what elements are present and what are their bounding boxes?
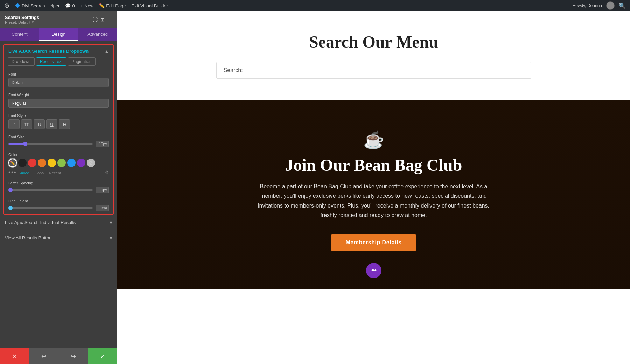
color-swatch-yellow[interactable] [48,159,56,167]
font-size-track[interactable] [8,143,93,145]
section-individual-results[interactable]: Live Ajax Search Individual Results ▾ [0,215,117,230]
font-size-value[interactable]: 16px [96,141,109,147]
admin-avatar [606,1,615,10]
sub-tabs: Dropdown Results Text Pagination [4,57,113,69]
color-swatch-light[interactable]: ⊘ [87,159,95,167]
letter-spacing-label: Letter Spacing [8,181,109,185]
section-header[interactable]: Live AJAX Search Results Dropdown ▲ [4,45,113,57]
hero-section: ☕ Join Our Bean Bag Club Become a part o… [117,100,630,289]
wp-admin-bar: ⊕ 🔷 Divi Search Helper 💬 0 + New ✏️ Edit… [0,0,630,11]
font-size-thumb[interactable] [23,142,27,146]
font-weight-setting: Font Weight Regular [4,90,113,111]
line-height-thumb[interactable] [8,206,13,210]
wp-logo-icon[interactable]: ⊕ [4,2,9,9]
section-title: Live AJAX Search Results Dropdown [8,49,89,54]
white-section: Search Our Menu Search: [117,11,630,100]
font-weight-label: Font Weight [8,93,109,97]
sub-tab-dropdown[interactable]: Dropdown [8,57,35,66]
panel-title: Search Settings [5,15,39,20]
font-select[interactable]: Default [8,78,109,87]
line-height-label: Line Height [8,199,109,203]
font-style-underline[interactable]: U [46,119,57,129]
color-tab-settings-icon[interactable]: ⚙ [105,170,109,175]
letter-spacing-slider-row: 0px [8,187,109,193]
highlighted-section: Live AJAX Search Results Dropdown ▲ Drop… [4,44,114,215]
color-pen-swatch[interactable]: ✏️ [8,159,17,167]
font-label: Font [8,72,109,76]
font-style-italic[interactable]: I [8,119,20,129]
color-swatch-blue[interactable] [67,159,76,167]
cancel-button[interactable]: ✕ [0,348,29,364]
admin-bar-site-link[interactable]: 🔷 Divi Search Helper [15,3,59,8]
font-size-fill [8,143,25,145]
panel-header: Search Settings Preset: Default ▾ ⛶ ⊞ ⋮ [0,11,117,28]
letter-spacing-thumb[interactable] [8,188,13,192]
letter-spacing-value[interactable]: 0px [96,187,109,193]
font-size-label: Font Size [8,135,109,139]
save-button[interactable]: ✓ [88,348,117,364]
font-style-capitalize[interactable]: Tt [34,119,45,129]
color-label: Color [8,153,109,157]
search-bar-label: Search: [224,67,243,74]
view-all-results-chevron-icon: ▾ [110,234,112,241]
color-swatches: ✏️ ⊘ [8,159,109,167]
undo-button[interactable]: ↩ [29,348,59,364]
individual-results-title: Live Ajax Search Individual Results [5,220,76,225]
font-style-buttons: I TT Tt U S [8,119,109,129]
color-more-icon[interactable]: • • • [8,169,16,175]
line-height-value[interactable]: 0em [96,205,109,211]
font-style-strikethrough[interactable]: S [59,119,70,129]
color-swatch-orange[interactable] [38,159,46,167]
admin-bar-edit-page[interactable]: ✏️ Edit Page [99,3,126,8]
floating-dots-button[interactable]: ••• [366,263,382,278]
tab-advanced[interactable]: Advanced [78,28,117,41]
admin-bar-comments[interactable]: 💬 0 [65,3,75,8]
letter-spacing-setting: Letter Spacing 0px [4,178,113,196]
section-view-all-results[interactable]: View All Results Button ▾ [0,230,117,245]
font-style-label: Font Style [8,113,109,118]
left-panel: Search Settings Preset: Default ▾ ⛶ ⊞ ⋮ … [0,11,117,364]
admin-bar-howdy: Howdy, Deanna [573,3,602,8]
sub-tab-pagination[interactable]: Pagination [68,57,96,66]
panel-header-icons: ⛶ ⊞ ⋮ [93,17,112,22]
view-all-results-title: View All Results Button [5,235,51,240]
admin-bar-search-icon[interactable]: 🔍 [619,2,626,9]
letter-spacing-track[interactable] [8,189,93,191]
search-bar[interactable]: Search: [216,62,531,79]
line-height-setting: Line Height 0em [4,196,113,214]
font-size-slider-row: 16px [8,141,109,147]
panel-layout-icon[interactable]: ⊞ [100,17,105,22]
font-style-uppercase[interactable]: TT [21,119,32,129]
color-swatch-black[interactable] [18,159,27,167]
sub-tab-results-text[interactable]: Results Text [36,57,66,66]
color-swatch-purple[interactable] [77,159,85,167]
tab-content[interactable]: Content [0,28,39,41]
font-setting: Font Default [4,69,113,90]
tab-bar: Content Design Advanced [0,28,117,41]
font-style-setting: Font Style I TT Tt U S [4,111,113,132]
redo-button[interactable]: ↪ [59,348,88,364]
color-tab-global[interactable]: Global [34,171,45,175]
color-tab-saved[interactable]: Saved [19,171,29,175]
hero-title: Join Our Bean Bag Club [285,155,462,175]
font-size-setting: Font Size 16px [4,132,113,150]
preset-chevron-icon: ▾ [32,20,34,24]
font-weight-select[interactable]: Regular [8,99,109,108]
admin-bar-exit-builder[interactable]: Exit Visual Builder [132,3,168,8]
membership-details-button[interactable]: Membership Details [331,234,415,251]
line-height-track[interactable] [8,207,93,209]
color-tab-recent[interactable]: Recent [49,171,61,175]
tab-design[interactable]: Design [39,28,78,41]
color-swatch-green[interactable] [57,159,66,167]
panel-fullscreen-icon[interactable]: ⛶ [93,17,98,22]
panel-content: Live AJAX Search Results Dropdown ▲ Drop… [0,41,117,348]
app-container: Search Settings Preset: Default ▾ ⛶ ⊞ ⋮ … [0,0,630,364]
admin-bar-new[interactable]: + New [80,3,94,8]
bottom-bar: ✕ ↩ ↪ ✓ [0,348,117,364]
admin-bar-right: Howdy, Deanna 🔍 [573,1,626,10]
individual-results-chevron-icon: ▾ [110,219,112,226]
hero-body-text: Become a part of our Bean Bag Club and t… [251,182,496,220]
color-swatch-red[interactable] [28,159,36,167]
panel-more-icon[interactable]: ⋮ [107,17,112,22]
panel-preset[interactable]: Preset: Default ▾ [5,20,39,24]
